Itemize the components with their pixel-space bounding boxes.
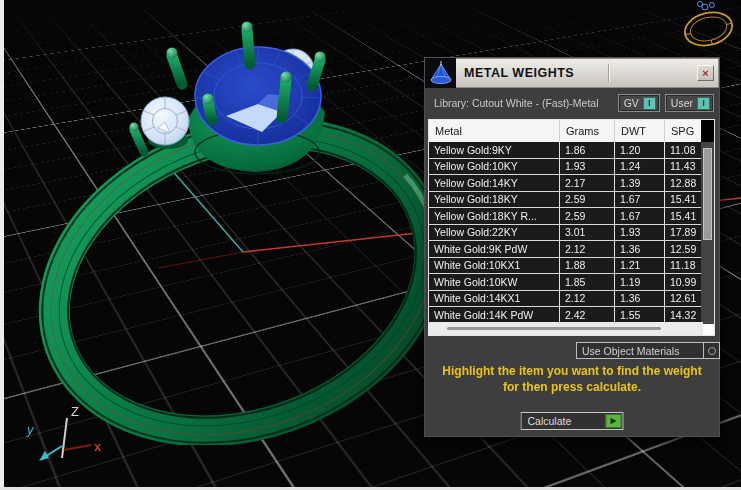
table-row[interactable]: White Gold:14KX12.121.3612.61 [429,291,703,308]
table-cell: 1.24 [615,159,665,175]
user-toggle-icon: I [697,97,710,110]
table-cell: Yellow Gold:22KY [429,225,560,241]
table-cell: 2.12 [560,241,615,257]
table-cell: 12.88 [665,175,703,191]
user-button[interactable]: User I [665,94,714,112]
table-cell: 1.85 [560,274,615,290]
table-cell: 1.39 [615,175,665,191]
table-cell: 14.32 [665,307,703,323]
table-row[interactable]: White Gold:10KW1.851.1910.99 [429,274,703,291]
table-cell: White Gold:14K PdW [429,307,560,323]
table-row[interactable]: Yellow Gold:9KY1.861.2011.08 [429,142,703,159]
table-cell: 2.17 [560,175,615,191]
calculate-label: Calculate [522,415,606,427]
table-cell: White Gold:10KX1 [429,258,560,274]
window-edge-left [0,0,4,490]
table-cell: 12.59 [665,241,703,257]
table-cell: 17.89 [665,225,703,241]
gv-button[interactable]: GV I [618,94,660,112]
table-cell: 1.86 [560,142,615,158]
gem-cone-icon [425,58,456,88]
table-cell: 1.67 [615,208,665,224]
column-header-spg: SPG [665,120,703,142]
table-header: Metal Grams DWT SPG [429,120,703,142]
table-cell: 1.36 [615,241,665,257]
table-cell: 1.93 [560,159,615,175]
close-icon[interactable]: × [697,65,714,81]
table-row[interactable]: Yellow Gold:10KY1.931.2411.43 [429,159,703,176]
materials-dropdown-value: Use Object Materials [577,345,703,357]
table-cell: 12.61 [665,291,703,307]
vertical-scrollbar[interactable] [701,120,714,324]
table-cell: White Gold:14KX1 [429,291,560,307]
table-row[interactable]: White Gold:10KX11.881.2111.18 [429,258,703,275]
table-cell: 15.41 [665,208,703,224]
metal-weights-table: Metal Grams DWT SPG Yellow Gold:9KY1.861… [428,119,715,336]
application-window: y Z x [0,0,741,490]
scrollbar-corner [701,120,714,142]
table-cell: Yellow Gold:18KY [429,192,560,208]
materials-dropdown[interactable]: Use Object Materials [576,342,720,359]
calculate-arrow-icon: ▶ [606,414,622,428]
horizontal-scrollbar[interactable] [429,322,703,335]
table-cell: 1.55 [615,307,665,323]
table-cell: 2.59 [560,192,615,208]
table-cell: 10.99 [665,274,703,290]
table-cell: 11.18 [665,258,703,274]
table-cell: 1.67 [615,192,665,208]
table-cell: 1.19 [615,274,665,290]
table-cell: 2.59 [560,208,615,224]
column-header-grams: Grams [560,120,615,142]
gv-toggle-icon: I [643,97,656,110]
table-cell: 11.43 [665,159,703,175]
titlebar-divider [608,64,610,82]
library-label: Library: Cutout White - (Fast)-Metal [434,97,613,109]
table-cell: White Gold:10KW [429,274,560,290]
table-row[interactable]: Yellow Gold:14KY2.171.3912.88 [429,175,703,192]
table-cell: Yellow Gold:9KY [429,142,560,158]
table-cell: 2.42 [560,307,615,323]
dialog-title: METAL WEIGHTS [464,66,574,80]
table-cell: 2.12 [560,291,615,307]
circle-icon [708,347,716,355]
table-row[interactable]: Yellow Gold:22KY3.011.9317.89 [429,225,703,242]
table-cell: 1.20 [615,142,665,158]
vscroll-thumb[interactable] [703,148,712,240]
table-row[interactable]: Yellow Gold:18KY2.591.6715.41 [429,192,703,209]
calculate-button[interactable]: Calculate ▶ [521,412,624,430]
table-cell: 1.93 [615,225,665,241]
table-cell: 11.08 [665,142,703,158]
table-cell: Yellow Gold:10KY [429,159,560,175]
metal-table-body: Yellow Gold:9KY1.861.2011.08Yellow Gold:… [429,142,703,324]
dialog-titlebar[interactable]: METAL WEIGHTS × [425,58,719,88]
table-cell: White Gold:9K PdW [429,241,560,257]
hscroll-thumb[interactable] [447,327,661,330]
table-cell: 3.01 [560,225,615,241]
column-header-metal: Metal [429,120,560,142]
metal-weights-dialog: METAL WEIGHTS × Library: Cutout White - … [424,57,720,437]
table-cell: 1.36 [615,291,665,307]
dropdown-button[interactable] [703,343,719,358]
table-cell: 15.41 [665,192,703,208]
table-cell: 1.21 [615,258,665,274]
table-row[interactable]: White Gold:9K PdW2.121.3612.59 [429,241,703,258]
table-row[interactable]: Yellow Gold:18KY R...2.591.6715.41 [429,208,703,225]
table-cell: Yellow Gold:18KY R... [429,208,560,224]
table-cell: Yellow Gold:14KY [429,175,560,191]
hint-text: Highlight the item you want to find the … [435,364,709,395]
column-header-dwt: DWT [615,120,665,142]
table-cell: 1.88 [560,258,615,274]
